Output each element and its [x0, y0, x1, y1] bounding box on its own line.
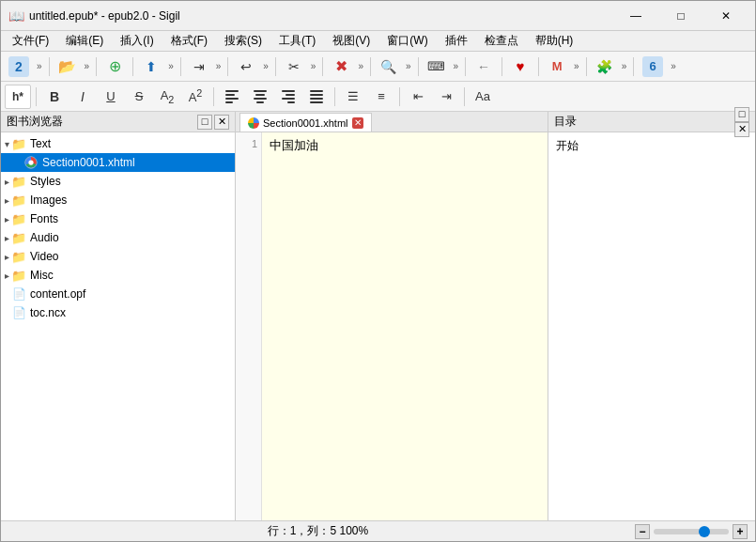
- tree-item-video[interactable]: ▸ 📁 Video: [1, 247, 235, 266]
- toc-item-start[interactable]: 开始: [552, 136, 751, 156]
- zoom-plus-button[interactable]: +: [733, 524, 748, 539]
- num6-button[interactable]: 6: [639, 54, 667, 79]
- tree-item-misc[interactable]: ▸ 📁 Misc: [1, 266, 235, 285]
- book-browser-panel: 图书浏览器 □ ✕ ▾ 📁 Text: [1, 112, 236, 522]
- open-button[interactable]: 📂: [54, 54, 81, 79]
- undo-button[interactable]: ↩: [233, 54, 259, 79]
- text-size-icon: Aa: [475, 89, 490, 103]
- back-button[interactable]: ←: [471, 54, 497, 79]
- unordered-list-button[interactable]: ☰: [340, 85, 366, 109]
- menu-file[interactable]: 文件(F): [5, 31, 56, 51]
- subscript-button[interactable]: A2: [154, 85, 180, 109]
- spell-icon: ⌨: [427, 59, 445, 73]
- sep-13: [586, 57, 587, 76]
- search-button[interactable]: 🔍: [376, 54, 402, 79]
- menu-edit[interactable]: 编辑(E): [58, 31, 111, 51]
- upload-button[interactable]: ⬆: [138, 54, 164, 79]
- ordered-list-button[interactable]: ≡: [368, 85, 394, 109]
- toolbar-more-5[interactable]: »: [261, 61, 270, 71]
- toolbar-more-10[interactable]: »: [572, 61, 581, 71]
- toolbar-more-11[interactable]: »: [620, 61, 629, 71]
- gmail-button[interactable]: M: [544, 54, 570, 79]
- indent-button[interactable]: ⇥: [186, 54, 212, 79]
- superscript-button[interactable]: A2: [182, 85, 208, 109]
- toolbar-num2-button[interactable]: 2: [5, 54, 33, 79]
- sep-10: [465, 57, 466, 76]
- folder-fonts-icon: 📁: [11, 211, 26, 226]
- cut-button[interactable]: ✂: [281, 54, 307, 79]
- tree-item-images[interactable]: ▸ 📁 Images: [1, 191, 235, 209]
- tree-item-toc-ncx[interactable]: ▸ 📄 toc.ncx: [1, 303, 235, 322]
- left-arrow-icon: ←: [477, 59, 490, 74]
- tree-item-styles[interactable]: ▸ 📁 Styles: [1, 172, 235, 191]
- puzzle-button[interactable]: 🧩: [592, 54, 618, 79]
- sep-12: [538, 57, 539, 76]
- indent2-button[interactable]: ⇥: [433, 85, 459, 109]
- align-center-button[interactable]: [247, 85, 273, 109]
- tree-item-section0001[interactable]: Section0001.xhtml: [1, 153, 235, 172]
- expand-arrow-video: ▸: [5, 252, 9, 262]
- toolbar-more-8[interactable]: »: [404, 61, 413, 71]
- menu-window[interactable]: 窗口(W): [379, 31, 435, 51]
- strikethrough-button[interactable]: S: [126, 85, 152, 109]
- outdent-icon: ⇤: [413, 89, 424, 103]
- heading-selector[interactable]: h*: [5, 85, 31, 109]
- underline-button[interactable]: U: [98, 85, 124, 109]
- align-justify-button[interactable]: [303, 85, 330, 109]
- outdent-button[interactable]: ⇤: [405, 85, 431, 109]
- toolbar-more-7[interactable]: »: [356, 61, 365, 71]
- menu-view[interactable]: 视图(V): [325, 31, 378, 51]
- indent-icon: ⇥: [193, 59, 205, 74]
- toolbar-more-4[interactable]: »: [214, 61, 224, 71]
- delete-button[interactable]: ✖: [328, 54, 354, 79]
- text-size-button[interactable]: Aa: [470, 85, 496, 109]
- toolbar-more-12[interactable]: »: [669, 61, 678, 71]
- italic-icon: I: [81, 89, 85, 104]
- toolbar-more-6[interactable]: »: [309, 61, 318, 71]
- status-text: 行：1，列：5 100%: [8, 523, 627, 539]
- menu-help[interactable]: 帮助(H): [528, 31, 581, 51]
- editor-tab-section0001[interactable]: Section0001.xhtml ✕: [239, 113, 372, 132]
- italic-button[interactable]: I: [69, 85, 96, 109]
- zoom-slider[interactable]: [654, 529, 729, 534]
- toolbar-more-9[interactable]: »: [452, 61, 461, 71]
- menu-insert[interactable]: 插入(I): [113, 31, 161, 51]
- tree-item-audio[interactable]: ▸ 📁 Audio: [1, 228, 235, 247]
- add-icon: ⊕: [109, 57, 121, 75]
- toolbar-more-1[interactable]: »: [35, 61, 44, 71]
- tree-item-content-opf[interactable]: ▸ 📄 content.opf: [1, 285, 235, 303]
- bold-button[interactable]: B: [41, 85, 68, 109]
- sep-5: [227, 57, 228, 76]
- align-left-button[interactable]: [219, 85, 245, 109]
- toolbar-more-3[interactable]: »: [166, 61, 176, 71]
- tab-close-button[interactable]: ✕: [352, 117, 363, 129]
- ordered-list-icon: ≡: [378, 89, 385, 103]
- search-icon: 🔍: [380, 59, 396, 74]
- toc-restore-button[interactable]: □: [734, 107, 749, 122]
- close-panel-button[interactable]: ✕: [214, 115, 229, 130]
- scissors-icon: ✂: [288, 59, 300, 74]
- editor-text-area[interactable]: 中国加油: [262, 132, 548, 522]
- menu-format[interactable]: 格式(F): [163, 31, 215, 51]
- undo-icon: ↩: [240, 59, 252, 74]
- tree-item-text[interactable]: ▾ 📁 Text: [1, 134, 235, 153]
- menu-tools[interactable]: 工具(T): [271, 31, 323, 51]
- heart-button[interactable]: ♥: [507, 54, 533, 79]
- menu-plugin[interactable]: 插件: [438, 31, 475, 51]
- add-button[interactable]: ⊕: [101, 54, 128, 79]
- spell-button[interactable]: ⌨: [424, 54, 450, 79]
- heart-icon: ♥: [517, 58, 525, 74]
- menu-search[interactable]: 搜索(S): [217, 31, 270, 51]
- restore-panel-button[interactable]: □: [197, 115, 212, 130]
- zoom-minus-button[interactable]: −: [635, 524, 650, 539]
- close-button[interactable]: ✕: [704, 1, 748, 31]
- toolbar-more-2[interactable]: »: [83, 61, 92, 71]
- sep-8: [370, 57, 371, 76]
- maximize-button[interactable]: □: [659, 1, 702, 31]
- tree-item-fonts[interactable]: ▸ 📁 Fonts: [1, 209, 235, 228]
- zoom-thumb[interactable]: [699, 526, 710, 537]
- tree-label-ncx: toc.ncx: [30, 306, 66, 319]
- menu-checkpoint[interactable]: 检查点: [477, 31, 526, 51]
- minimize-button[interactable]: —: [614, 1, 657, 31]
- align-right-button[interactable]: [275, 85, 301, 109]
